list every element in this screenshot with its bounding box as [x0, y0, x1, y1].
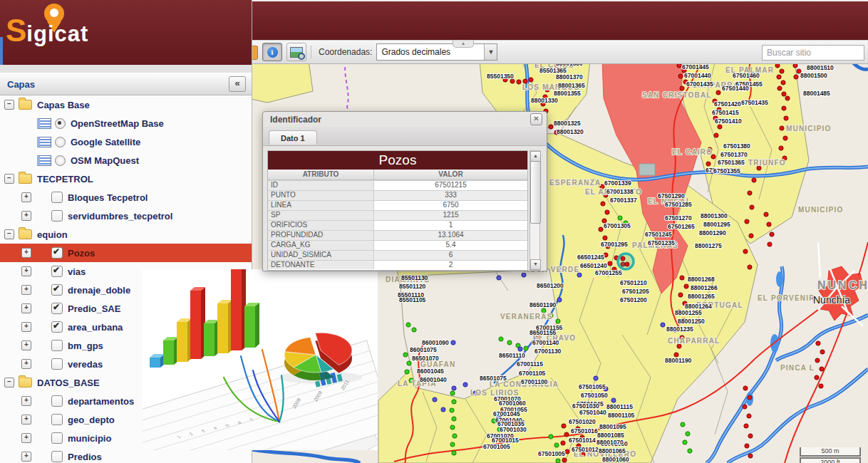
well-dot[interactable]	[752, 178, 756, 182]
well-dot[interactable]	[819, 384, 823, 388]
well-dot[interactable]	[794, 75, 798, 79]
well-dot[interactable]	[748, 265, 752, 269]
layer-checkbox[interactable]	[51, 451, 63, 462]
well-dot[interactable]	[518, 347, 522, 351]
well-dot[interactable]	[678, 293, 683, 297]
layer-checkbox[interactable]	[51, 303, 63, 314]
well-dot[interactable]	[549, 435, 553, 439]
table-row[interactable]: SP1215	[268, 210, 527, 220]
tree-expander-icon[interactable]: +	[21, 303, 31, 313]
well-dot[interactable]	[554, 443, 559, 447]
tree-expander-icon[interactable]: +	[21, 433, 31, 443]
well-dot[interactable]	[608, 261, 612, 266]
tree-item-label[interactable]: TECPETROL	[37, 174, 93, 184]
well-dot[interactable]	[599, 227, 603, 232]
base-layer-radio[interactable]	[55, 118, 66, 129]
well-dot[interactable]	[605, 210, 609, 214]
layer-checkbox[interactable]	[51, 321, 63, 333]
well-dot[interactable]	[706, 162, 711, 166]
layer-checkbox[interactable]	[51, 192, 63, 203]
well-dot[interactable]	[561, 441, 565, 445]
well-dot[interactable]	[716, 90, 720, 95]
well-dot[interactable]	[820, 350, 825, 354]
table-row[interactable]: LINEA6750	[268, 200, 527, 210]
well-dot[interactable]	[688, 449, 692, 453]
well-dot[interactable]	[433, 397, 437, 402]
tree-item-osm-mapquest[interactable]: OSM MapQuest	[0, 151, 252, 170]
tree-expander-icon[interactable]: +	[21, 452, 31, 462]
layer-checkbox[interactable]	[51, 395, 63, 407]
well-dot[interactable]	[714, 133, 718, 137]
tree-item-label[interactable]: Pozos	[68, 248, 95, 259]
tree-item-label[interactable]: OSM MapQuest	[71, 155, 139, 166]
well-dot[interactable]	[768, 242, 772, 246]
well-dot[interactable]	[451, 340, 455, 345]
well-dot[interactable]	[780, 69, 784, 73]
scrollbar-thumb[interactable]	[530, 161, 541, 224]
well-dot[interactable]	[680, 276, 684, 280]
well-dot[interactable]	[450, 442, 455, 447]
table-row[interactable]: CARGA_KG5.4	[268, 240, 527, 250]
well-dot[interactable]	[557, 298, 562, 302]
tree-item-label[interactable]: veredas	[68, 359, 103, 370]
well-dot[interactable]	[450, 408, 454, 412]
well-dot[interactable]	[820, 367, 824, 371]
tree-expander-icon[interactable]: +	[21, 359, 31, 369]
well-dot[interactable]	[452, 417, 456, 421]
well-dot[interactable]	[517, 80, 521, 84]
layer-checkbox[interactable]	[51, 210, 63, 222]
well-dot[interactable]	[601, 202, 605, 206]
well-dot[interactable]	[412, 328, 416, 332]
well-dot[interactable]	[403, 353, 408, 357]
well-dot[interactable]	[816, 341, 820, 345]
tree-expander-icon[interactable]: +	[21, 340, 31, 350]
map-export-button[interactable]	[286, 43, 306, 61]
tree-expander-icon[interactable]: +	[21, 248, 31, 258]
well-dot[interactable]	[677, 64, 681, 68]
tree-item-capas-base[interactable]: −Capas Base	[0, 95, 252, 114]
well-dot[interactable]	[764, 212, 768, 217]
layer-checkbox[interactable]	[51, 284, 63, 296]
well-dot[interactable]	[748, 454, 753, 458]
well-dot[interactable]	[603, 236, 607, 240]
well-dot[interactable]	[463, 383, 467, 387]
table-row[interactable]: UNIDAD_SISMICA6	[268, 250, 527, 260]
grid-scrollbar[interactable]: ▲ ▼	[529, 150, 540, 271]
tree-expander-icon[interactable]: +	[21, 192, 31, 202]
well-dot[interactable]	[452, 451, 456, 455]
well-dot[interactable]	[748, 395, 752, 400]
well-dot[interactable]	[594, 376, 598, 380]
well-dot[interactable]	[618, 216, 622, 220]
tree-expander-icon[interactable]: +	[21, 285, 31, 295]
tree-item-label[interactable]: Predio_SAE	[68, 303, 120, 314]
well-dot[interactable]	[452, 386, 456, 390]
well-dot[interactable]	[782, 106, 786, 110]
tree-item-label[interactable]: departamentos	[68, 396, 134, 407]
search-input[interactable]	[762, 45, 864, 61]
well-dot[interactable]	[549, 125, 553, 129]
well-dot[interactable]	[770, 232, 774, 236]
tree-item-google-satellite[interactable]: Google Satellite	[0, 132, 252, 151]
well-dot[interactable]	[780, 126, 784, 130]
well-dot[interactable]	[750, 205, 754, 209]
well-dot[interactable]	[748, 434, 753, 438]
tree-expander-icon[interactable]: −	[4, 378, 14, 387]
table-row[interactable]: PUNTO333	[268, 190, 527, 200]
chevron-down-icon[interactable]: ▼	[484, 44, 497, 60]
well-dot[interactable]	[743, 249, 748, 254]
toolbar-collapse-handle[interactable]: ▲	[453, 41, 474, 48]
base-layer-radio[interactable]	[55, 137, 66, 147]
well-dot[interactable]	[743, 405, 747, 409]
well-dot[interactable]	[556, 459, 560, 463]
well-dot[interactable]	[745, 444, 749, 448]
well-dot[interactable]	[683, 440, 687, 444]
well-dot[interactable]	[678, 74, 683, 78]
tree-item-tecpetrol[interactable]: −TECPETROL	[0, 170, 252, 188]
table-row[interactable]: DETONANTE2	[268, 260, 527, 269]
well-dot[interactable]	[743, 386, 748, 390]
well-dot[interactable]	[748, 191, 752, 195]
well-dot[interactable]	[507, 340, 512, 345]
identify-tool-button[interactable]: i	[262, 43, 282, 61]
well-dot[interactable]	[777, 86, 782, 90]
well-dot[interactable]	[562, 458, 567, 462]
